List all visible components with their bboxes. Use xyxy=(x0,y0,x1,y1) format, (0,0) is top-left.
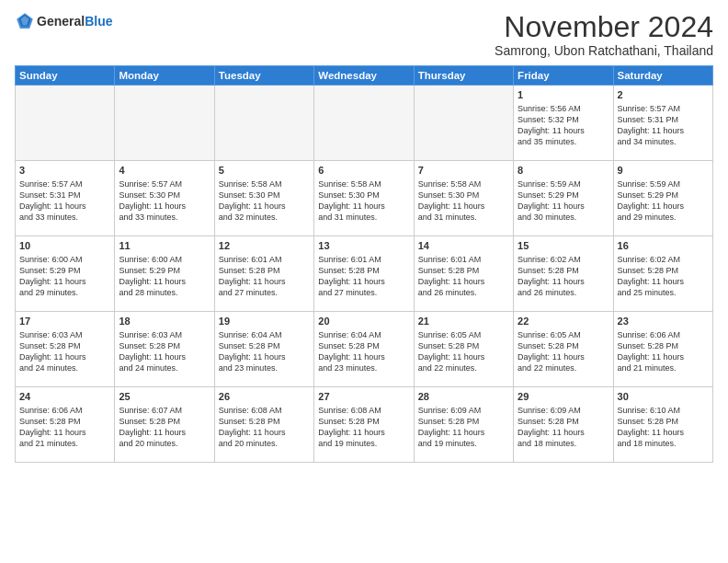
day-number: 6 xyxy=(318,164,409,178)
calendar-day-cell: 1Sunrise: 5:56 AM Sunset: 5:32 PM Daylig… xyxy=(514,86,613,161)
page-header: GeneralBlue November 2024 Samrong, Ubon … xyxy=(15,11,713,58)
calendar-day-cell: 8Sunrise: 5:59 AM Sunset: 5:29 PM Daylig… xyxy=(514,161,613,236)
day-info: Sunrise: 6:04 AM Sunset: 5:28 PM Dayligh… xyxy=(219,329,310,374)
calendar-day-cell: 29Sunrise: 6:09 AM Sunset: 5:28 PM Dayli… xyxy=(514,387,613,463)
day-number: 20 xyxy=(318,315,409,328)
calendar-day-cell: 4Sunrise: 5:57 AM Sunset: 5:30 PM Daylig… xyxy=(115,161,214,236)
day-info: Sunrise: 6:10 AM Sunset: 5:28 PM Dayligh… xyxy=(618,405,709,450)
logo-blue: Blue xyxy=(85,14,112,29)
location: Samrong, Ubon Ratchathani, Thailand xyxy=(495,43,713,58)
calendar-day-cell: 7Sunrise: 5:58 AM Sunset: 5:30 PM Daylig… xyxy=(414,161,513,236)
calendar-week-row: 1Sunrise: 5:56 AM Sunset: 5:32 PM Daylig… xyxy=(16,86,713,161)
weekday-header: Tuesday xyxy=(214,66,313,86)
calendar-day-cell: 19Sunrise: 6:04 AM Sunset: 5:28 PM Dayli… xyxy=(214,312,313,387)
day-info: Sunrise: 5:58 AM Sunset: 5:30 PM Dayligh… xyxy=(418,178,509,224)
day-info: Sunrise: 6:06 AM Sunset: 5:28 PM Dayligh… xyxy=(618,329,709,374)
day-number: 24 xyxy=(19,390,110,404)
day-info: Sunrise: 5:59 AM Sunset: 5:29 PM Dayligh… xyxy=(518,178,609,224)
month-title: November 2024 xyxy=(495,11,713,43)
calendar-day-cell: 28Sunrise: 6:09 AM Sunset: 5:28 PM Dayli… xyxy=(414,387,513,463)
day-number: 11 xyxy=(119,239,210,253)
day-number: 21 xyxy=(418,315,509,328)
logo-text: GeneralBlue xyxy=(37,14,112,29)
calendar-week-row: 10Sunrise: 6:00 AM Sunset: 5:29 PM Dayli… xyxy=(16,236,713,312)
day-info: Sunrise: 6:01 AM Sunset: 5:28 PM Dayligh… xyxy=(318,254,409,299)
calendar-day-cell: 6Sunrise: 5:58 AM Sunset: 5:30 PM Daylig… xyxy=(314,161,414,236)
day-number: 27 xyxy=(318,390,409,404)
day-info: Sunrise: 6:03 AM Sunset: 5:28 PM Dayligh… xyxy=(19,329,110,374)
day-info: Sunrise: 6:03 AM Sunset: 5:28 PM Dayligh… xyxy=(119,329,210,374)
day-info: Sunrise: 5:57 AM Sunset: 5:31 PM Dayligh… xyxy=(19,178,110,224)
day-info: Sunrise: 5:59 AM Sunset: 5:29 PM Dayligh… xyxy=(618,178,709,224)
day-info: Sunrise: 6:02 AM Sunset: 5:28 PM Dayligh… xyxy=(518,254,609,299)
day-number: 29 xyxy=(518,390,609,404)
calendar-day-cell: 21Sunrise: 6:05 AM Sunset: 5:28 PM Dayli… xyxy=(414,312,513,387)
day-number: 9 xyxy=(618,164,709,178)
calendar-day-cell: 26Sunrise: 6:08 AM Sunset: 5:28 PM Dayli… xyxy=(214,387,313,463)
weekday-header: Saturday xyxy=(613,66,712,86)
calendar-day-cell: 22Sunrise: 6:05 AM Sunset: 5:28 PM Dayli… xyxy=(514,312,613,387)
weekday-header: Wednesday xyxy=(314,66,414,86)
day-info: Sunrise: 5:58 AM Sunset: 5:30 PM Dayligh… xyxy=(318,178,409,224)
title-block: November 2024 Samrong, Ubon Ratchathani,… xyxy=(495,11,713,58)
calendar-day-cell xyxy=(16,86,115,161)
day-number: 17 xyxy=(19,315,110,328)
day-number: 4 xyxy=(119,164,210,178)
calendar-day-cell: 15Sunrise: 6:02 AM Sunset: 5:28 PM Dayli… xyxy=(514,236,613,312)
calendar-week-row: 3Sunrise: 5:57 AM Sunset: 5:31 PM Daylig… xyxy=(16,161,713,236)
calendar-day-cell: 14Sunrise: 6:01 AM Sunset: 5:28 PM Dayli… xyxy=(414,236,513,312)
calendar-day-cell: 12Sunrise: 6:01 AM Sunset: 5:28 PM Dayli… xyxy=(214,236,313,312)
calendar-day-cell: 9Sunrise: 5:59 AM Sunset: 5:29 PM Daylig… xyxy=(613,161,712,236)
day-number: 26 xyxy=(219,390,310,404)
calendar-day-cell: 18Sunrise: 6:03 AM Sunset: 5:28 PM Dayli… xyxy=(115,312,214,387)
calendar-week-row: 17Sunrise: 6:03 AM Sunset: 5:28 PM Dayli… xyxy=(16,312,713,387)
day-number: 22 xyxy=(518,315,609,328)
calendar-day-cell: 25Sunrise: 6:07 AM Sunset: 5:28 PM Dayli… xyxy=(115,387,214,463)
day-number: 23 xyxy=(618,315,709,328)
day-info: Sunrise: 6:00 AM Sunset: 5:29 PM Dayligh… xyxy=(19,254,110,299)
day-number: 30 xyxy=(618,390,709,404)
day-number: 15 xyxy=(518,239,609,253)
day-info: Sunrise: 6:01 AM Sunset: 5:28 PM Dayligh… xyxy=(219,254,310,299)
calendar-day-cell: 27Sunrise: 6:08 AM Sunset: 5:28 PM Dayli… xyxy=(314,387,414,463)
day-number: 13 xyxy=(318,239,409,253)
weekday-header: Sunday xyxy=(16,66,115,86)
page-container: GeneralBlue November 2024 Samrong, Ubon … xyxy=(0,0,728,470)
day-info: Sunrise: 6:09 AM Sunset: 5:28 PM Dayligh… xyxy=(518,405,609,450)
weekday-header: Friday xyxy=(514,66,613,86)
day-number: 19 xyxy=(219,315,310,328)
calendar-day-cell: 30Sunrise: 6:10 AM Sunset: 5:28 PM Dayli… xyxy=(613,387,712,463)
calendar-day-cell: 23Sunrise: 6:06 AM Sunset: 5:28 PM Dayli… xyxy=(613,312,712,387)
day-info: Sunrise: 6:09 AM Sunset: 5:28 PM Dayligh… xyxy=(418,405,509,450)
calendar-day-cell xyxy=(115,86,214,161)
day-info: Sunrise: 6:08 AM Sunset: 5:28 PM Dayligh… xyxy=(219,405,310,450)
day-info: Sunrise: 6:00 AM Sunset: 5:29 PM Dayligh… xyxy=(119,254,210,299)
calendar-table: SundayMondayTuesdayWednesdayThursdayFrid… xyxy=(15,65,713,463)
day-info: Sunrise: 6:04 AM Sunset: 5:28 PM Dayligh… xyxy=(318,329,409,374)
day-number: 5 xyxy=(219,164,310,178)
calendar-day-cell: 20Sunrise: 6:04 AM Sunset: 5:28 PM Dayli… xyxy=(314,312,414,387)
logo-icon xyxy=(15,11,35,31)
day-info: Sunrise: 5:57 AM Sunset: 5:30 PM Dayligh… xyxy=(119,178,210,224)
day-info: Sunrise: 6:07 AM Sunset: 5:28 PM Dayligh… xyxy=(119,405,210,450)
logo: GeneralBlue xyxy=(15,11,112,31)
calendar-header-row: SundayMondayTuesdayWednesdayThursdayFrid… xyxy=(16,66,713,86)
calendar-day-cell: 2Sunrise: 5:57 AM Sunset: 5:31 PM Daylig… xyxy=(613,86,712,161)
calendar-day-cell: 5Sunrise: 5:58 AM Sunset: 5:30 PM Daylig… xyxy=(214,161,313,236)
day-number: 8 xyxy=(518,164,609,178)
calendar-day-cell xyxy=(314,86,414,161)
day-number: 7 xyxy=(418,164,509,178)
calendar-day-cell xyxy=(214,86,313,161)
day-info: Sunrise: 6:08 AM Sunset: 5:28 PM Dayligh… xyxy=(318,405,409,450)
calendar-day-cell: 17Sunrise: 6:03 AM Sunset: 5:28 PM Dayli… xyxy=(16,312,115,387)
calendar-week-row: 24Sunrise: 6:06 AM Sunset: 5:28 PM Dayli… xyxy=(16,387,713,463)
calendar-day-cell: 24Sunrise: 6:06 AM Sunset: 5:28 PM Dayli… xyxy=(16,387,115,463)
day-number: 18 xyxy=(119,315,210,328)
day-info: Sunrise: 6:06 AM Sunset: 5:28 PM Dayligh… xyxy=(19,405,110,450)
day-number: 3 xyxy=(19,164,110,178)
day-info: Sunrise: 5:57 AM Sunset: 5:31 PM Dayligh… xyxy=(618,103,709,148)
day-info: Sunrise: 5:58 AM Sunset: 5:30 PM Dayligh… xyxy=(219,178,310,224)
calendar-day-cell: 16Sunrise: 6:02 AM Sunset: 5:28 PM Dayli… xyxy=(613,236,712,312)
day-number: 14 xyxy=(418,239,509,253)
calendar-day-cell: 3Sunrise: 5:57 AM Sunset: 5:31 PM Daylig… xyxy=(16,161,115,236)
